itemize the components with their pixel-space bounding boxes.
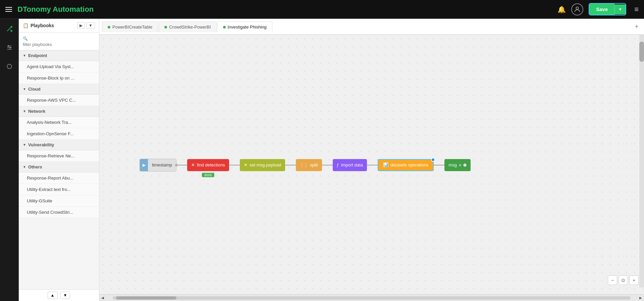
node-timestamp-label: timestamp bbox=[148, 162, 176, 167]
header-right: 🔔 Save ▼ ≡ bbox=[557, 3, 639, 15]
horizontal-scroll-track[interactable] bbox=[113, 296, 631, 300]
cloud-label: Cloud bbox=[28, 87, 41, 92]
node-timestamp[interactable]: ▶ timestamp bbox=[140, 159, 176, 171]
sidebar-icon-circle[interactable] bbox=[3, 60, 15, 72]
panel-scroll-down[interactable]: ▼ bbox=[60, 292, 70, 299]
node-split-label: split bbox=[310, 162, 318, 167]
save-button-group: Save ▼ bbox=[589, 3, 626, 15]
flow-container: ▶ timestamp ✕ find detections done ✕ bbox=[140, 159, 471, 171]
category-vulnerability[interactable]: ▼ Vulnerability bbox=[19, 140, 99, 150]
horizontal-scroll-thumb[interactable] bbox=[116, 296, 176, 300]
node-import-data[interactable]: ƒ import data bbox=[333, 159, 367, 171]
sidebar-icon-sliders[interactable] bbox=[3, 42, 15, 54]
overflow-menu-icon[interactable]: ≡ bbox=[634, 5, 639, 14]
category-endpoint[interactable]: ▼ Endpoint bbox=[19, 50, 99, 61]
node-msg[interactable]: msg ≡ bbox=[444, 159, 471, 171]
canvas-controls: − ⊙ + bbox=[608, 275, 639, 285]
done-badge: done bbox=[202, 173, 214, 177]
sidebar-icon-shuffle[interactable] bbox=[3, 23, 15, 35]
bell-icon[interactable]: 🔔 bbox=[557, 5, 566, 13]
list-item[interactable]: Ingestion-OpnSense F... bbox=[19, 128, 99, 140]
save-button[interactable]: Save bbox=[589, 4, 614, 15]
app-title: DTonomy Automation bbox=[17, 5, 94, 14]
main-layout: 📋 Playbooks ▶ ▼ 🔍 ▼ Endpoint Agent-Uploa… bbox=[0, 19, 644, 301]
list-item[interactable]: Response-Block Ip on ... bbox=[19, 72, 99, 84]
tab-dot bbox=[164, 26, 167, 29]
node-import-data-label: import data bbox=[341, 162, 363, 167]
others-arrow-icon: ▼ bbox=[23, 165, 26, 169]
node-icon: ✕ bbox=[244, 162, 248, 167]
category-network[interactable]: ▼ Network bbox=[19, 106, 99, 117]
reset-view-button[interactable]: ⊙ bbox=[619, 275, 628, 285]
node-icon: 📊 bbox=[383, 162, 388, 167]
node-output-port bbox=[463, 163, 467, 167]
connector-line bbox=[434, 165, 444, 165]
category-cloud[interactable]: ▼ Cloud bbox=[19, 84, 99, 95]
tab-investigate-phishing[interactable]: Investigate Phishing bbox=[217, 21, 272, 32]
tab-dot bbox=[223, 26, 226, 29]
tab-powerbi-create-table[interactable]: PowerBICreateTable bbox=[102, 21, 158, 32]
scroll-right-arrow[interactable]: ▶ bbox=[637, 295, 644, 301]
node-split[interactable]: ⋮⋮ split bbox=[296, 159, 322, 171]
playbooks-list: ▼ Endpoint Agent-Upload Via Sysl... Resp… bbox=[19, 50, 99, 289]
hamburger-menu[interactable] bbox=[5, 7, 12, 12]
node-datasets-operations[interactable]: 📊 datasets operations bbox=[378, 159, 434, 171]
network-arrow-icon: ▼ bbox=[23, 109, 26, 113]
connector-line bbox=[285, 165, 296, 165]
vertical-scrollbar-thumb[interactable] bbox=[639, 42, 644, 62]
horizontal-scrollbar-row: ◀ ▶ bbox=[99, 294, 644, 301]
tab-label: CrowdStrike-PowerBI bbox=[169, 24, 211, 30]
zoom-out-button[interactable]: − bbox=[608, 275, 617, 285]
playbooks-label: Playbooks bbox=[31, 23, 54, 28]
icon-sidebar bbox=[0, 19, 19, 301]
others-label: Others bbox=[28, 164, 42, 169]
user-avatar[interactable] bbox=[571, 3, 583, 15]
tabs-bar: PowerBICreateTable CrowdStrike-PowerBI I… bbox=[99, 19, 644, 35]
node-msg-label: msg bbox=[448, 162, 457, 167]
canvas-area: PowerBICreateTable CrowdStrike-PowerBI I… bbox=[99, 19, 644, 301]
connector-line bbox=[322, 165, 333, 165]
list-item[interactable]: Response-AWS VPC C... bbox=[19, 95, 99, 106]
node-icon: ƒ bbox=[337, 162, 339, 167]
playbooks-search-input[interactable] bbox=[23, 42, 95, 47]
save-dropdown-button[interactable]: ▼ bbox=[614, 4, 626, 14]
play-button[interactable]: ▶ bbox=[77, 22, 85, 29]
connector-line bbox=[367, 165, 378, 165]
node-dot-indicator bbox=[431, 158, 435, 162]
node-icon: ⋮⋮ bbox=[300, 163, 308, 167]
endpoint-arrow-icon: ▼ bbox=[23, 54, 26, 57]
vertical-scrollbar[interactable] bbox=[639, 35, 644, 288]
panel-scroll-up[interactable]: ▲ bbox=[48, 292, 58, 299]
node-find-detections-label: find detections bbox=[197, 162, 225, 167]
dropdown-button[interactable]: ▼ bbox=[86, 22, 95, 29]
list-item[interactable]: Response-Retrieve Ne... bbox=[19, 150, 99, 162]
panel-bottom-controls: ▲ ▼ bbox=[19, 289, 99, 301]
list-item[interactable]: Utility-Extract text fro... bbox=[19, 184, 99, 195]
scroll-left-arrow[interactable]: ◀ bbox=[99, 295, 106, 301]
node-icon: ✕ bbox=[191, 162, 195, 167]
category-others[interactable]: ▼ Others bbox=[19, 162, 99, 172]
list-item[interactable]: Analysis-Network Tra... bbox=[19, 117, 99, 128]
vulnerability-label: Vulnerability bbox=[28, 142, 54, 147]
connector-line bbox=[176, 165, 187, 165]
node-datasets-operations-label: datasets operations bbox=[390, 162, 428, 167]
svg-point-0 bbox=[576, 7, 579, 9]
node-set-msg-payload[interactable]: ✕ set msg.payload bbox=[240, 159, 285, 171]
add-tab-button[interactable]: + bbox=[632, 21, 641, 32]
list-item[interactable]: Agent-Upload Via Sysl... bbox=[19, 61, 99, 72]
zoom-in-button[interactable]: + bbox=[629, 275, 639, 285]
playbooks-icon: 📋 bbox=[23, 23, 29, 28]
svg-point-6 bbox=[7, 64, 11, 68]
cloud-arrow-icon: ▼ bbox=[23, 87, 26, 91]
network-label: Network bbox=[28, 109, 45, 114]
list-item[interactable]: Utility-GSuite bbox=[19, 195, 99, 207]
app-header: DTonomy Automation 🔔 Save ▼ ≡ bbox=[0, 0, 644, 19]
list-item[interactable]: Response-Report Abu... bbox=[19, 172, 99, 184]
node-find-detections[interactable]: ✕ find detections done bbox=[187, 159, 229, 171]
list-item[interactable]: Utility-Send CrowdStri... bbox=[19, 207, 99, 218]
tab-label: Investigate Phishing bbox=[228, 24, 267, 30]
tab-crowdstrike-powerbi[interactable]: CrowdStrike-PowerBI bbox=[159, 21, 216, 32]
endpoint-label: Endpoint bbox=[28, 53, 47, 58]
canvas[interactable]: ▶ timestamp ✕ find detections done ✕ bbox=[99, 35, 644, 294]
node-start-left: ▶ bbox=[140, 159, 148, 171]
